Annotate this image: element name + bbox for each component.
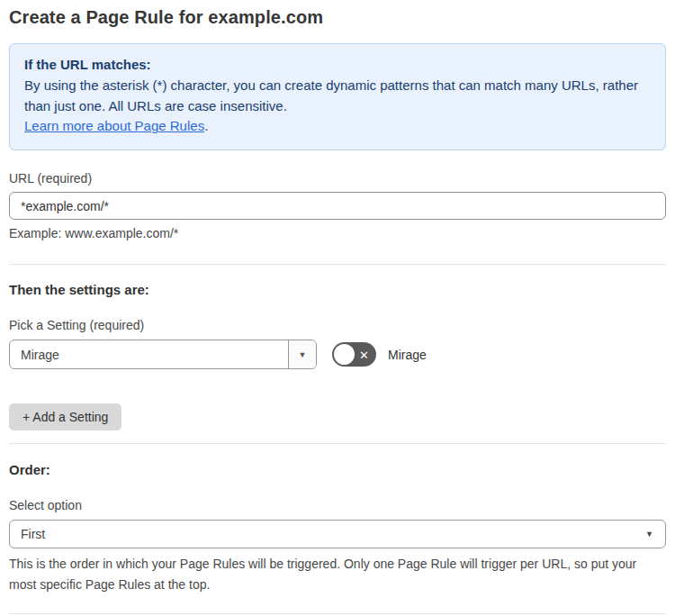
order-helper-text: This is the order in which your Page Rul…	[9, 554, 666, 594]
chevron-down-icon: ▼	[299, 350, 307, 359]
info-box-link-line: Learn more about Page Rules.	[24, 116, 651, 137]
url-input[interactable]	[9, 192, 666, 220]
settings-section-heading: Then the settings are:	[9, 282, 666, 297]
pick-setting-label: Pick a Setting (required)	[9, 318, 666, 332]
setting-select-arrow-button[interactable]: ▼	[288, 340, 316, 368]
order-section-heading: Order:	[9, 462, 666, 477]
chevron-down-icon: ▼	[645, 530, 665, 539]
info-box-body: By using the asterisk (*) character, you…	[24, 76, 651, 117]
page-rule-form: Create a Page Rule for example.com If th…	[0, 0, 675, 616]
toggle-knob	[334, 344, 355, 365]
add-setting-button[interactable]: + Add a Setting	[9, 403, 122, 430]
info-box-heading: If the URL matches:	[24, 55, 651, 76]
url-helper-text: Example: www.example.com/*	[9, 226, 666, 240]
url-field-label: URL (required)	[9, 171, 666, 186]
toggle-label: Mirage	[388, 348, 427, 362]
learn-more-link[interactable]: Learn more about Page Rules	[24, 118, 204, 133]
section-divider	[9, 264, 666, 265]
footer-divider	[9, 613, 666, 614]
order-select[interactable]: First ▼	[9, 520, 666, 548]
page-title: Create a Page Rule for example.com	[9, 7, 666, 28]
setting-row: Mirage ▼ ✕ Mirage	[9, 340, 666, 369]
setting-select[interactable]: Mirage ▼	[9, 340, 317, 369]
order-select-value: First	[10, 527, 645, 541]
setting-select-value: Mirage	[10, 340, 288, 368]
section-divider	[9, 443, 666, 444]
url-match-info-box: If the URL matches: By using the asteris…	[9, 43, 666, 150]
toggle-off-x-icon: ✕	[359, 349, 369, 360]
order-select-label: Select option	[9, 498, 666, 512]
link-suffix: .	[204, 118, 208, 133]
mirage-toggle[interactable]: ✕	[332, 342, 376, 367]
